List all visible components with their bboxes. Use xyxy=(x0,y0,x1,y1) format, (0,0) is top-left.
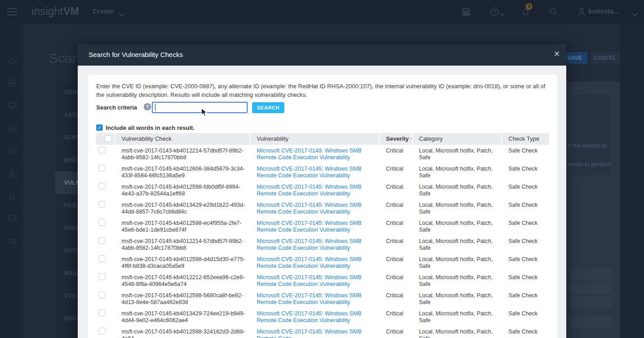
app-root: insightVM Create 4 kmizota... A xyxy=(0,0,644,338)
automation-bolt-icon[interactable]: A xyxy=(7,169,17,178)
modal-content-panel: Enter the CVE ID (example: CVE-2000-0887… xyxy=(88,75,557,338)
vulnerability-link[interactable]: Microsoft CVE-2017-0145: Windows SMB Rem… xyxy=(257,274,362,287)
vulnerability-link[interactable]: Microsoft CVE-2017-0145: Windows SMB Rem… xyxy=(257,328,362,338)
row-checkbox[interactable] xyxy=(99,183,105,190)
username-label[interactable]: kmizota... xyxy=(588,7,619,15)
row-checkbox[interactable] xyxy=(99,147,105,153)
row-checkbox[interactable] xyxy=(99,328,105,334)
search-icon[interactable] xyxy=(549,7,559,17)
vulnerability-link[interactable]: Microsoft CVE-2017-0145: Windows SMB Rem… xyxy=(257,184,362,197)
select-all-checkbox[interactable] xyxy=(105,135,112,142)
policies-check-icon[interactable] xyxy=(7,146,17,156)
reports-chart-icon[interactable] xyxy=(7,214,17,224)
background-section-bar xyxy=(570,282,612,295)
search-button[interactable]: SEARCH xyxy=(252,102,284,113)
col-header-severity[interactable]: Severity xyxy=(380,133,412,145)
vulnerability-check-id: msft-cve-2017-0145-kb4013429-e29d1b22-49… xyxy=(115,199,249,217)
vulnerability-check-id: msft-cve-2017-0145-kb4012598-fdb0df5f-89… xyxy=(115,181,249,199)
vulnerability-link[interactable]: Microsoft CVE-2017-0145: Windows SMB Rem… xyxy=(257,256,362,269)
vulnerability-link[interactable]: Microsoft CVE-2017-0145: Windows SMB Rem… xyxy=(257,166,362,179)
row-checkbox[interactable] xyxy=(99,255,105,262)
table-row: msft-cve-2017-0145-kb4012598-d4d15d30-e7… xyxy=(96,253,549,271)
category-value: Local, Microsoft hotfix, Patch, Safe xyxy=(413,253,501,271)
col-header-check-type[interactable]: Check Type xyxy=(502,133,549,145)
category-value: Local, Microsoft hotfix, Patch, Safe xyxy=(413,235,501,253)
home-icon[interactable] xyxy=(7,56,17,66)
row-checkbox[interactable] xyxy=(99,201,105,208)
col-header-vulnerability-check[interactable]: Vulnerability Check xyxy=(115,133,249,145)
check-type-value: Safe Check xyxy=(502,217,549,235)
select-all-header-cell xyxy=(96,133,114,145)
vulnerability-link[interactable]: Microsoft CVE-2017-0145: Windows SMB Rem… xyxy=(257,202,362,215)
table-body: msft-cve-2017-0143-kb4012214-57dbd57f-89… xyxy=(96,145,549,338)
dashboard-icon[interactable] xyxy=(7,78,17,88)
user-chevron-down-icon[interactable] xyxy=(632,10,638,14)
search-instructions-text: Enter the CVE ID (example: CVE-2000-0887… xyxy=(96,82,549,99)
close-icon[interactable]: ✕ xyxy=(551,48,563,60)
category-value: Local, Microsoft hotfix, Patch, Safe xyxy=(413,145,501,163)
category-value: Local, Microsoft hotfix, Patch, Safe xyxy=(413,290,501,308)
vulnerability-check-id: msft-cve-2017-0145-kb4012212-652eea96-c2… xyxy=(115,271,249,290)
severity-value: Critical xyxy=(380,199,412,217)
background-section-bar xyxy=(570,315,612,328)
table-row: msft-cve-2017-0145-kb4012598-5680ca8f-be… xyxy=(96,290,549,308)
page-title: Scan xyxy=(49,51,80,66)
category-value: Local, Microsoft hotfix, Patch, Safe xyxy=(413,199,501,217)
category-value: Local, Microsoft hotfix, Patch, Safe xyxy=(413,326,501,338)
background-section-bar xyxy=(570,296,612,309)
left-icon-rail: A xyxy=(0,24,24,338)
top-navbar: insightVM Create 4 kmizota... xyxy=(0,0,644,24)
vulnerabilities-bug-icon[interactable] xyxy=(7,124,17,133)
vulnerability-check-id: msft-cve-2017-0145-kb4012598-d4d15d30-e7… xyxy=(115,253,249,271)
modal-body: Enter the CVE ID (example: CVE-2000-0887… xyxy=(78,66,566,338)
row-checkbox[interactable] xyxy=(99,273,105,280)
table-row: msft-cve-2017-0145-kb4013429-e29d1b22-49… xyxy=(96,199,549,217)
check-type-value: Safe Check xyxy=(502,253,549,271)
assets-monitor-icon[interactable] xyxy=(7,101,17,110)
include-all-words-checkbox[interactable]: ✓ xyxy=(96,124,103,131)
search-criteria-label: Search criteria xyxy=(96,104,137,111)
create-menu[interactable]: Create xyxy=(93,7,114,15)
help-icon[interactable] xyxy=(489,7,499,17)
background-content-card: e the results of hecks to perform, xyxy=(566,81,620,338)
severity-value: Critical xyxy=(380,308,412,326)
category-value: Local, Microsoft hotfix, Patch, Safe xyxy=(413,163,501,181)
row-checkbox[interactable] xyxy=(99,291,105,298)
search-help-icon[interactable]: ? xyxy=(144,103,151,110)
management-list-icon[interactable] xyxy=(7,237,17,246)
table-row: msft-cve-2017-0145-kb4012212-652eea96-c2… xyxy=(96,271,549,290)
search-vulnerability-checks-modal: Search for Vulnerability Checks ✕ Enter … xyxy=(78,44,566,338)
check-type-value: Safe Check xyxy=(502,181,549,199)
table-header-row: Vulnerability Check Vulnerability Severi… xyxy=(96,133,549,145)
row-checkbox[interactable] xyxy=(99,237,105,244)
table-row: msft-cve-2017-0143-kb4012214-57dbd57f-89… xyxy=(96,145,549,163)
check-type-value: Safe Check xyxy=(502,290,549,308)
vulnerability-checks-table: Vulnerability Check Vulnerability Severi… xyxy=(96,133,549,338)
vulnerability-check-id: msft-cve-2017-0143-kb4012214-57dbd57f-89… xyxy=(115,145,249,163)
menu-icon[interactable] xyxy=(7,8,17,15)
check-type-value: Safe Check xyxy=(502,271,549,290)
vulnerability-link[interactable]: Microsoft CVE-2017-0145: Windows SMB Rem… xyxy=(257,220,362,233)
background-partial-text-2: hecks to perform, xyxy=(568,161,613,167)
table-row: msft-cve-2017-0145-kb4012598-ec4f955a-2f… xyxy=(96,217,549,235)
vulnerability-link[interactable]: Microsoft CVE-2017-0145: Windows SMB Rem… xyxy=(257,310,362,324)
check-type-value: Safe Check xyxy=(502,326,549,338)
calendar-icon[interactable] xyxy=(461,7,471,17)
row-checkbox[interactable] xyxy=(99,165,105,171)
table-row: msft-cve-2017-0145-kb4012598-fdb0df5f-89… xyxy=(96,181,549,199)
cancel-button[interactable]: CANCEL xyxy=(590,52,620,64)
row-checkbox[interactable] xyxy=(99,309,105,316)
check-type-value: Safe Check xyxy=(502,163,549,181)
search-criteria-input[interactable] xyxy=(152,102,248,113)
col-header-vulnerability[interactable]: Vulnerability xyxy=(250,133,379,145)
row-checkbox[interactable] xyxy=(99,219,105,226)
vulnerability-link[interactable]: Microsoft CVE-2017-0143: Windows SMB Rem… xyxy=(257,148,362,161)
vulnerability-link[interactable]: Microsoft CVE-2017-0145: Windows SMB Rem… xyxy=(257,292,362,305)
background-partial-text-1: e the results of xyxy=(568,142,606,149)
svg-text:A: A xyxy=(13,174,15,177)
user-icon[interactable] xyxy=(577,7,587,17)
col-header-category[interactable]: Category xyxy=(413,133,501,145)
vulnerability-link[interactable]: Microsoft CVE-2017-0145: Windows SMB Rem… xyxy=(257,238,362,251)
page-background-strip xyxy=(620,24,644,338)
goals-award-icon[interactable] xyxy=(7,191,17,201)
